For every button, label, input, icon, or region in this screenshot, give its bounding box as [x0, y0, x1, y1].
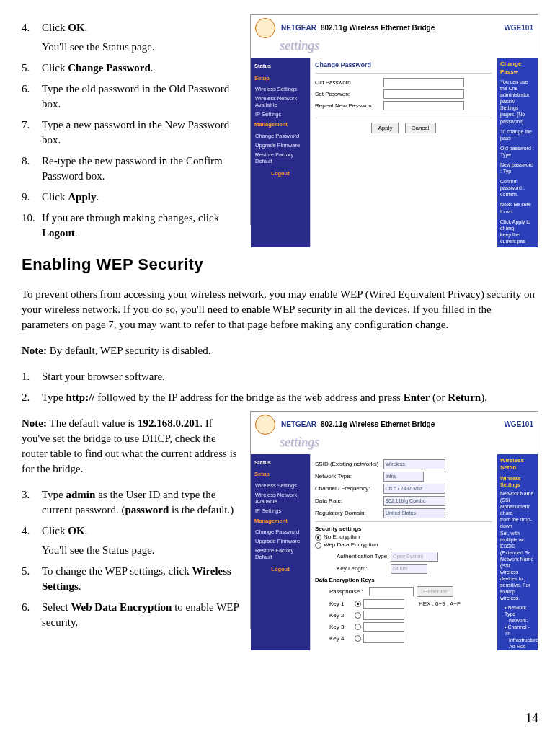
set-pw-input[interactable]: [383, 89, 464, 99]
old-pw-label: Old Password: [315, 79, 383, 87]
repeat-pw-label: Repeat New Password: [315, 102, 383, 110]
cancel-button[interactable]: Cancel: [405, 123, 436, 133]
screenshot-wireless-settings: NETGEAR 802.11g Wireless Ethernet Bridge…: [250, 411, 538, 629]
radio-noenc[interactable]: [315, 534, 321, 541]
step: 10.If you are through making changes, cl…: [22, 211, 241, 241]
model: WGE101: [504, 23, 533, 33]
sidebar-mgmt: Management: [251, 119, 310, 131]
generate-button[interactable]: Generate: [417, 586, 453, 597]
sidebar-upgrade[interactable]: Upgrade Firmware: [251, 141, 310, 150]
rate-select[interactable]: 802.11b/g Combo: [383, 496, 445, 506]
help-panel-2: Wireless Settin Wireless Settings Networ…: [497, 454, 538, 650]
sidebar: Status Setup Wireless Settings Wireless …: [251, 58, 310, 247]
sidebar-status[interactable]: Status: [251, 61, 310, 73]
step: 1.Start your browser software.: [22, 369, 538, 384]
help-title: Change Passw: [500, 61, 535, 76]
klen-select[interactable]: 64 bits: [391, 564, 427, 574]
reg-select[interactable]: United States: [383, 508, 445, 518]
ssid-select[interactable]: Wireless: [383, 459, 445, 469]
k2-input[interactable]: [363, 611, 404, 620]
old-pw-input[interactable]: [383, 78, 464, 87]
step: 4.Click OK.You'll see the Status page.: [22, 523, 241, 558]
radio-wep[interactable]: [315, 542, 321, 549]
auth-select[interactable]: Open System: [391, 552, 438, 562]
radio-k1[interactable]: [355, 601, 361, 607]
k1-input[interactable]: [363, 599, 404, 609]
repeat-pw-input[interactable]: [383, 101, 464, 110]
k3-input[interactable]: [363, 622, 404, 632]
radio-k3[interactable]: [355, 624, 361, 630]
step: 6.Select Web Data Encryption to enable W…: [22, 600, 241, 630]
step: 3.Type admin as the User ID and type the…: [22, 487, 241, 518]
sidebar-wnet[interactable]: Wireless Network Available: [251, 94, 310, 110]
passphrase-input[interactable]: [369, 587, 414, 596]
sidebar-setup: Setup: [251, 73, 310, 85]
step: 5.Click Change Password.: [22, 61, 241, 76]
step: 2.Type http:// followed by the IP addres…: [22, 390, 538, 405]
help-panel: Change Passw You can use the Cha adminis…: [497, 58, 538, 247]
sidebar-ip[interactable]: IP Settings: [251, 110, 310, 119]
step: 7.Type a new password in the New Passwor…: [22, 118, 241, 148]
nettype-select[interactable]: Infra: [383, 472, 424, 482]
sidebar-logout[interactable]: Logout: [251, 166, 310, 182]
section-heading: Enabling WEP Security: [22, 254, 538, 276]
radio-k4[interactable]: [355, 635, 361, 642]
screenshot-change-password: NETGEAR 802.11g Wireless Ethernet Bridge…: [250, 14, 538, 225]
product-title: 802.11g Wireless Ethernet Bridge: [321, 23, 435, 33]
brand: NETGEAR: [281, 23, 316, 33]
sidebar-restore[interactable]: Restore Factory Default: [251, 150, 310, 166]
sidebar-2: Status Setup Wireless Settings Wireless …: [251, 454, 310, 650]
step: 6.Type the old password in the Old Passw…: [22, 81, 241, 112]
sidebar-wireless[interactable]: Wireless Settings: [251, 84, 310, 94]
sidebar-cpw[interactable]: Change Password: [251, 131, 310, 141]
radio-k2[interactable]: [355, 612, 361, 619]
step: 8.Re-type the new password in the Confir…: [22, 154, 241, 184]
k4-input[interactable]: [363, 634, 404, 643]
chan-select[interactable]: Ch 6 / 2437 Mhz: [383, 484, 445, 494]
settings-word: settings: [251, 37, 538, 55]
set-pw-label: Set Password: [315, 90, 383, 98]
netgear-logo-icon: [255, 415, 275, 435]
main-panel: Change Password Old Password Set Passwor…: [310, 58, 497, 247]
main-panel-2: SSID (Existing networks)Wireless Network…: [310, 454, 497, 650]
note-1: Note: By default, WEP security is disabl…: [22, 343, 538, 358]
step: 5.To change the WEP settings, click Wire…: [22, 564, 241, 594]
intro-para: To prevent others from accessing your wi…: [22, 287, 538, 332]
step: 4.Click OK.You'll see the Status page.: [22, 20, 241, 55]
netgear-logo-icon: [255, 18, 275, 38]
apply-button[interactable]: Apply: [371, 123, 399, 133]
panel-title: Change Password: [315, 61, 492, 74]
step: 9.Click Apply.: [22, 190, 241, 205]
